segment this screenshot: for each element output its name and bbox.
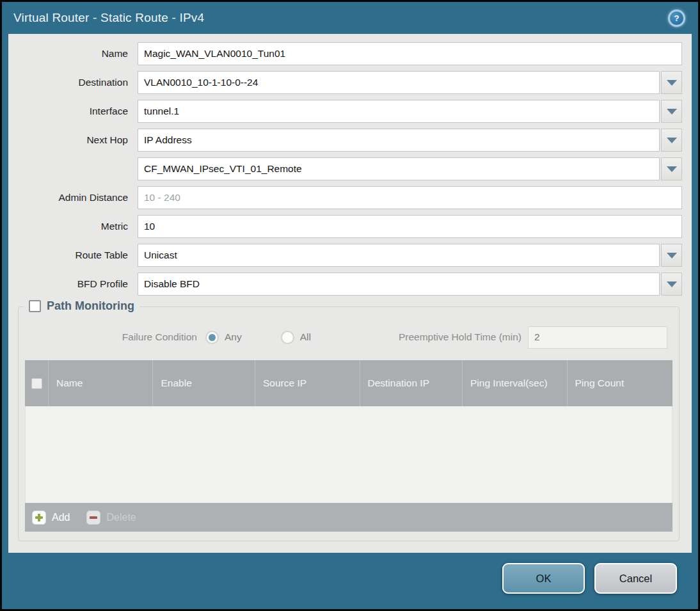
static-route-dialog: Virtual Router - Static Route - IPv4 ? N… <box>2 2 698 609</box>
table-toolbar: Add Delete <box>25 503 672 532</box>
destination-input[interactable] <box>138 71 660 94</box>
name-input[interactable] <box>138 42 682 65</box>
chevron-down-icon <box>667 282 677 287</box>
chevron-down-icon <box>667 109 677 115</box>
metric-input[interactable] <box>138 215 682 238</box>
chevron-down-icon <box>667 80 677 86</box>
admin-distance-label: Admin Distance <box>8 192 128 203</box>
next-hop-row: Next Hop <box>8 129 692 152</box>
metric-label: Metric <box>8 221 128 232</box>
select-all-checkbox[interactable] <box>31 378 42 389</box>
next-hop-label: Next Hop <box>8 134 128 146</box>
failure-condition-label: Failure Condition <box>19 331 197 343</box>
destination-label: Destination <box>8 77 128 88</box>
interface-input[interactable] <box>138 100 660 123</box>
path-monitoring-table: Name Enable Source IP Destination IP Pin… <box>25 360 672 532</box>
path-monitoring-legend: Path Monitoring <box>24 299 139 313</box>
column-header-source-ip[interactable]: Source IP <box>255 360 360 406</box>
add-button-label: Add <box>52 512 70 523</box>
interface-row: Interface <box>8 100 692 123</box>
column-header-ping-interval[interactable]: Ping Interval(sec) <box>463 360 567 406</box>
failure-condition-any-label: Any <box>225 331 242 343</box>
delete-button[interactable]: Delete <box>86 511 136 525</box>
dialog-title: Virtual Router - Static Route - IPv4 <box>13 11 204 25</box>
route-table-dropdown-button[interactable] <box>661 244 682 267</box>
help-icon: ? <box>670 12 683 25</box>
preemptive-hold-time-input[interactable] <box>528 326 667 349</box>
path-monitoring-title: Path Monitoring <box>47 299 134 313</box>
cancel-button[interactable]: Cancel <box>594 563 677 594</box>
interface-label: Interface <box>8 106 128 117</box>
destination-dropdown-button[interactable] <box>661 71 682 94</box>
dialog-content: Name Destination Interface <box>8 34 692 553</box>
admin-distance-row: Admin Distance <box>8 186 692 209</box>
dialog-footer: OK Cancel <box>2 553 698 609</box>
failure-condition-row: Failure Condition Any All Preemptive Hol… <box>19 326 679 349</box>
chevron-down-icon <box>667 253 677 258</box>
route-table-input[interactable] <box>138 244 660 267</box>
failure-condition-all-radio[interactable] <box>281 331 294 344</box>
column-header-enable[interactable]: Enable <box>153 360 255 406</box>
name-label: Name <box>8 48 128 60</box>
bfd-profile-label: BFD Profile <box>8 278 128 290</box>
delete-button-label: Delete <box>106 512 136 523</box>
delete-minus-icon <box>86 511 100 525</box>
name-row: Name <box>8 42 692 65</box>
admin-distance-input[interactable] <box>138 186 682 209</box>
next-hop-address-dropdown-button[interactable] <box>661 157 682 180</box>
column-header-ping-count[interactable]: Ping Count <box>568 360 672 406</box>
add-button[interactable]: Add <box>32 511 70 525</box>
path-monitoring-section: Path Monitoring Failure Condition Any Al… <box>18 306 680 541</box>
route-table-label: Route Table <box>8 250 128 261</box>
destination-row: Destination <box>8 71 692 94</box>
select-all-header-cell <box>25 360 49 406</box>
help-button[interactable]: ? <box>668 10 685 27</box>
route-table-row: Route Table <box>8 244 692 267</box>
next-hop-type-input[interactable] <box>138 129 660 152</box>
column-header-name[interactable]: Name <box>49 360 153 406</box>
radio-dot <box>284 334 291 341</box>
radio-dot <box>209 334 216 341</box>
next-hop-address-row <box>8 157 692 180</box>
failure-condition-any-radio[interactable] <box>205 331 219 344</box>
title-bar: Virtual Router - Static Route - IPv4 ? <box>2 2 698 34</box>
metric-row: Metric <box>8 215 692 238</box>
preemptive-hold-time-label: Preemptive Hold Time (min) <box>311 331 528 343</box>
table-header-row: Name Enable Source IP Destination IP Pin… <box>25 360 672 406</box>
next-hop-type-dropdown-button[interactable] <box>661 129 682 152</box>
ok-button[interactable]: OK <box>502 563 585 594</box>
chevron-down-icon <box>667 166 677 172</box>
interface-dropdown-button[interactable] <box>661 100 682 123</box>
dialog-outer-border: Virtual Router - Static Route - IPv4 ? N… <box>0 0 700 611</box>
path-monitoring-table-body <box>25 406 672 503</box>
chevron-down-icon <box>667 138 677 143</box>
bfd-profile-dropdown-button[interactable] <box>661 273 682 296</box>
column-header-destination-ip[interactable]: Destination IP <box>360 360 463 406</box>
add-plus-icon <box>32 511 46 525</box>
failure-condition-all-label: All <box>300 331 311 343</box>
path-monitoring-checkbox[interactable] <box>29 300 41 312</box>
next-hop-address-input[interactable] <box>138 157 660 180</box>
bfd-profile-input[interactable] <box>138 273 660 296</box>
bfd-profile-row: BFD Profile <box>8 273 692 296</box>
